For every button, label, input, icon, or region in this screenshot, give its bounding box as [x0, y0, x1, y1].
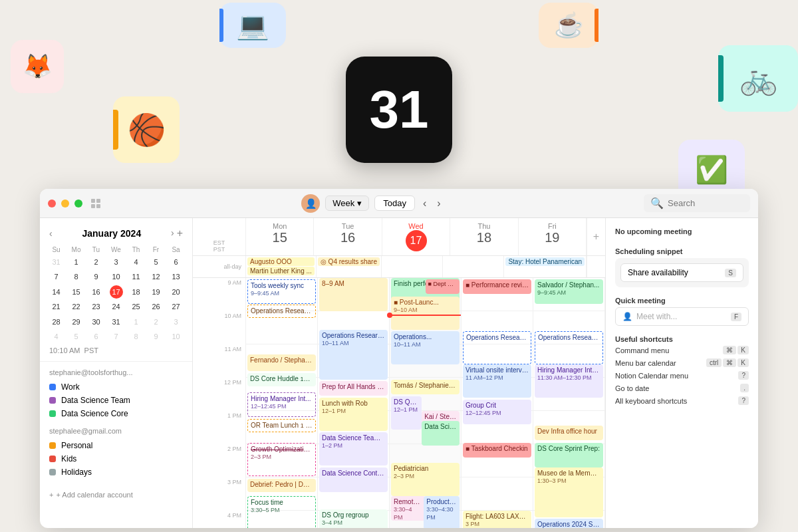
day-col-thu18[interactable]: ■ Performance review talks Operations Re… — [462, 278, 533, 528]
mini-day[interactable]: 13 — [166, 270, 186, 284]
event-post-launch[interactable]: ■ Post-Launc... 9–10 AM — [391, 297, 460, 330]
mini-day[interactable]: 6 — [166, 255, 186, 269]
day-col-mon15[interactable]: Tools weekly sync 9–9:45 AM Operations R… — [246, 278, 318, 528]
week-view-button[interactable]: Week ▾ — [325, 196, 369, 211]
event-lunch-rob[interactable]: Lunch with Rob 12–1 PM — [319, 398, 388, 431]
allday-event[interactable]: ◎ Q4 results share — [318, 257, 380, 266]
mini-day[interactable]: 2 — [86, 255, 106, 269]
mini-day[interactable]: 15 — [66, 285, 86, 299]
mini-day[interactable]: 28 — [47, 315, 66, 329]
cal-item-work[interactable]: Work — [49, 380, 183, 394]
mini-day[interactable]: 12 — [146, 270, 166, 284]
time-grid[interactable]: 9 AM 10 AM 11 AM 12 PM 1 PM 2 PM 3 PM 4 … — [193, 278, 605, 528]
day-header-thu18[interactable]: Thu 18 — [450, 218, 518, 255]
event-ds-core-huddle[interactable]: DS Core Huddle 11 AM — [247, 373, 316, 386]
mini-day[interactable]: 22 — [66, 300, 86, 314]
mini-day[interactable]: 3 — [166, 315, 186, 329]
search-box[interactable]: 🔍 — [644, 194, 750, 212]
share-availability-button[interactable]: Share availability S — [620, 263, 743, 282]
mini-day-today[interactable]: 17 — [110, 285, 123, 299]
event-flight[interactable]: Flight: LA603 LAX→SCL 3 PM — [463, 511, 531, 528]
day-header-wed17[interactable]: Wed 17 — [382, 218, 450, 255]
prev-button[interactable]: ‹ — [420, 196, 429, 211]
mini-day[interactable]: 4 — [47, 330, 66, 344]
event-group-crit[interactable]: Group Crit 12–12:45 PM — [463, 400, 531, 424]
event-growth-opt[interactable]: Growth Optimization Weekly 2–3 PM — [247, 443, 316, 476]
mini-day[interactable]: 7 — [106, 330, 126, 344]
mini-day[interactable]: 3 — [106, 255, 126, 269]
mini-day[interactable]: 20 — [166, 285, 186, 299]
event-product-mktg[interactable]: Product Marketing ... 3:30–4:30 PM — [424, 496, 460, 528]
mini-cal-prev[interactable]: ‹ — [49, 228, 53, 239]
event-museo[interactable]: Museo de la Memoria 1:30–3 PM — [535, 467, 603, 517]
mini-day[interactable]: 26 — [146, 300, 166, 314]
event-dev-infra[interactable]: Dev Infra office hour — [535, 426, 603, 440]
mini-day[interactable]: 18 — [126, 285, 146, 299]
event-focus-time[interactable]: Focus time 3:30–5 PM — [247, 496, 316, 528]
mini-day[interactable]: 8 — [66, 270, 86, 284]
mini-cal-next[interactable]: › — [171, 227, 174, 239]
event-hiring-mgr-interview[interactable]: Hiring Manager Interview: Gui ... 11:30 … — [535, 364, 603, 398]
event-data-scien[interactable]: Data Scien... — [422, 421, 460, 446]
day-col-tue16[interactable]: 8–9 AM Operations Research : John:Stepha… — [318, 278, 390, 528]
event-ds-core-sprint[interactable]: DS Core Sprint Prep: — [535, 443, 603, 467]
meet-with-container[interactable]: 👤 Meet with... F — [615, 307, 749, 326]
mini-day[interactable]: 7 — [47, 270, 66, 284]
mini-day[interactable]: 31 — [106, 315, 126, 329]
mini-day[interactable]: 23 — [86, 300, 106, 314]
event-ds-contractor[interactable]: Data Science Contractor Intake: ... — [319, 467, 388, 492]
mini-day[interactable]: 16 — [86, 285, 106, 299]
next-button[interactable]: › — [434, 196, 443, 211]
event-or-team-lunch[interactable]: OR Team Lunch 1 PM — [247, 419, 316, 432]
event-debrief-pedro[interactable]: Debrief: Pedro | Data... — [247, 479, 316, 492]
event-dept-heads[interactable]: ■ Dept Heads Upda... — [426, 279, 460, 294]
mini-day[interactable]: 11 — [126, 270, 146, 284]
event-taskboard[interactable]: ■ Taskboard Checkin — [463, 443, 531, 458]
event-ops-research[interactable]: Operations Research... — [247, 305, 316, 318]
mini-day[interactable]: 4 — [126, 255, 146, 269]
event-ops-research-coffee[interactable]: Operations Research : John:Stephanie Cof… — [319, 330, 388, 380]
event-ds-quarterly[interactable]: DS Quarterly Outreach 12–1 PM — [391, 396, 422, 430]
event-ops-liam[interactable]: Operations Research : Liam / Stephanie w… — [463, 331, 531, 364]
mini-day[interactable]: 1 — [66, 255, 86, 269]
maximize-button[interactable] — [74, 200, 82, 207]
search-input[interactable] — [668, 198, 743, 208]
mini-day[interactable]: 2 — [146, 315, 166, 329]
event-8to9[interactable]: 8–9 AM — [319, 278, 388, 311]
event-tomas[interactable]: Tomás / Stephanie (6v — [391, 380, 460, 394]
cal-item-ds-core[interactable]: Data Science Core — [49, 407, 183, 420]
mini-day[interactable]: 5 — [146, 255, 166, 269]
event-fernando[interactable]: Fernando / Stephanie — [247, 354, 316, 371]
mini-day[interactable]: 19 — [146, 285, 166, 299]
event-hiring-mgr[interactable]: Hiring Manager Int... 12–12:45 PM — [247, 392, 316, 417]
allday-event[interactable]: Stay: Hotel Panamerican — [505, 257, 585, 266]
allday-event[interactable]: Augusto OOO — [247, 257, 315, 266]
minimize-button[interactable] — [61, 200, 69, 207]
add-calendar-account[interactable]: + + Add calendar account — [40, 485, 192, 499]
mini-day[interactable]: 27 — [166, 300, 186, 314]
mini-day[interactable]: 21 — [47, 300, 66, 314]
day-header-tue16[interactable]: Tue 16 — [314, 218, 382, 255]
mini-day[interactable]: 14 — [47, 285, 66, 299]
event-ds-team-meets[interactable]: Data Science Team Meets 1–2 PM — [319, 432, 388, 466]
event-salvador-stephan[interactable]: Salvador / Stephan... 9–9:45 AM — [535, 279, 603, 304]
event-ops-wed[interactable]: Operations... 10–11 AM — [391, 331, 460, 364]
cal-item-kids[interactable]: Kids — [49, 452, 183, 466]
today-button[interactable]: Today — [374, 196, 415, 211]
add-event-button[interactable]: + — [587, 218, 605, 255]
mini-day[interactable]: 9 — [86, 270, 106, 284]
event-prep-all-hands[interactable]: Prep for All Hands 1... — [319, 381, 388, 396]
mini-day[interactable]: 25 — [126, 300, 146, 314]
day-header-mon15[interactable]: Mon 15 — [246, 218, 314, 255]
mini-day[interactable]: 10 — [166, 330, 186, 344]
mini-day[interactable]: 29 — [66, 315, 86, 329]
close-button[interactable] — [48, 200, 56, 207]
mini-day[interactable]: 24 — [106, 300, 126, 314]
allday-event[interactable]: Martin Luther King ... — [247, 267, 315, 275]
event-virtual-onsite[interactable]: Virtual onsite interview: Pedro ... 11 A… — [463, 364, 531, 398]
mini-day[interactable]: 8 — [126, 330, 146, 344]
day-header-fri19[interactable]: Fri 19 — [519, 218, 587, 255]
event-ops-research-fri[interactable]: Operations Research : — [535, 331, 603, 364]
event-ops-sprint[interactable]: Operations 2024 Sprint Planning 3–5 PM — [535, 519, 603, 528]
mini-day[interactable]: 10 — [106, 270, 126, 284]
